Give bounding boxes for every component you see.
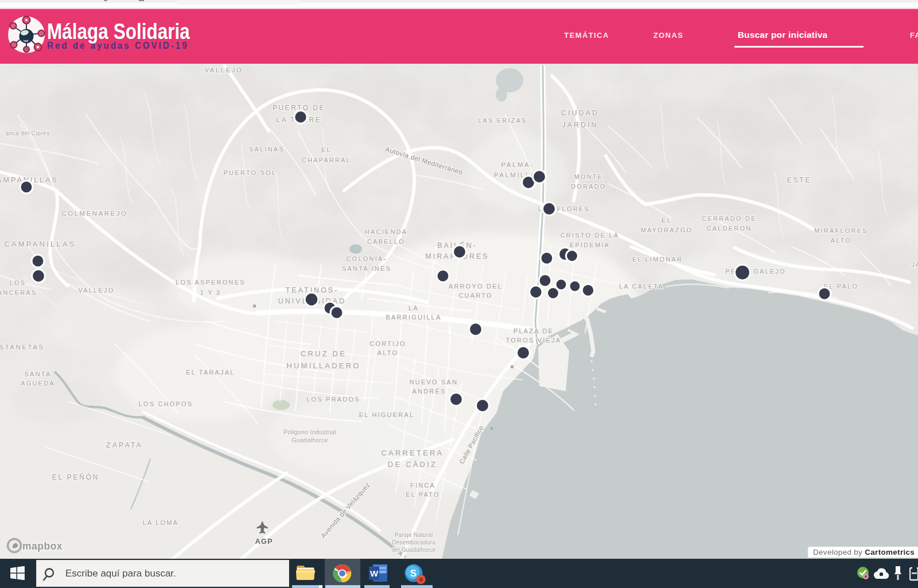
svg-text:CORTIJO: CORTIJO bbox=[369, 340, 406, 347]
svg-text:CRISTO DE LA: CRISTO DE LA bbox=[561, 232, 620, 239]
svg-text:AGUEDA: AGUEDA bbox=[21, 380, 55, 387]
svg-text:Paraje Natural: Paraje Natural bbox=[395, 532, 433, 538]
svg-text:EL PEÑÓN: EL PEÑÓN bbox=[52, 473, 100, 481]
svg-text:EL PATO: EL PATO bbox=[406, 491, 440, 498]
svg-text:CIUDAD: CIUDAD bbox=[561, 109, 599, 117]
svg-text:S: S bbox=[410, 568, 417, 579]
svg-text:CUARTO: CUARTO bbox=[458, 292, 492, 299]
svg-text:CERRADO DE: CERRADO DE bbox=[702, 215, 756, 222]
svg-text:FINCA: FINCA bbox=[410, 482, 435, 489]
svg-text:LOS ASPERONES: LOS ASPERONES bbox=[176, 279, 246, 286]
svg-text:Guadalhorce: Guadalhorce bbox=[291, 437, 328, 443]
svg-text:LOS CHOPOS: LOS CHOPOS bbox=[139, 400, 193, 407]
svg-text:mapbox: mapbox bbox=[22, 540, 63, 552]
svg-text:MONTE: MONTE bbox=[574, 173, 604, 180]
svg-text:HUMILLADERO: HUMILLADERO bbox=[286, 361, 360, 370]
svg-text:EL HIGUERAL: EL HIGUERAL bbox=[359, 411, 415, 418]
svg-text:AGP: AGP bbox=[255, 537, 273, 546]
svg-text:NUEVO SAN: NUEVO SAN bbox=[410, 379, 458, 385]
svg-text:COLONIA-: COLONIA- bbox=[347, 255, 387, 262]
svg-text:DE CÁDIZ: DE CÁDIZ bbox=[388, 460, 437, 469]
svg-text:COLMENAREJO: COLMENAREJO bbox=[61, 210, 127, 217]
svg-text:ALTO: ALTO bbox=[831, 237, 852, 244]
svg-text:LOS PRADOS: LOS PRADOS bbox=[306, 396, 360, 403]
svg-text:JARDÍN: JARDÍN bbox=[562, 120, 598, 129]
svg-text:CALDERON: CALDERON bbox=[707, 225, 752, 232]
svg-text:SALINAS: SALINAS bbox=[249, 146, 285, 153]
svg-text:ANDRÉS: ANDRÉS bbox=[412, 388, 446, 395]
svg-text:PLAZA DE: PLAZA DE bbox=[514, 328, 554, 334]
svg-text:EL: EL bbox=[662, 217, 672, 224]
svg-text:ZAPATA: ZAPATA bbox=[106, 441, 143, 449]
svg-text:LA LOMA: LA LOMA bbox=[143, 519, 178, 526]
svg-text:EL LIMONAR: EL LIMONAR bbox=[632, 256, 683, 263]
svg-text:MIRAFLORES: MIRAFLORES bbox=[814, 227, 868, 234]
svg-text:TOROS VIEJA: TOROS VIEJA bbox=[506, 337, 562, 344]
svg-text:VALLEJO: VALLEJO bbox=[79, 287, 115, 294]
svg-text:CRUZ DE: CRUZ DE bbox=[301, 349, 347, 358]
svg-text:LA: LA bbox=[409, 305, 419, 311]
svg-text:BARRIGUILLA: BARRIGUILLA bbox=[386, 314, 442, 321]
svg-text:LOS: LOS bbox=[10, 279, 26, 286]
svg-text:HACIENDA: HACIENDA bbox=[365, 228, 407, 235]
svg-text:EL: EL bbox=[321, 146, 332, 153]
svg-text:EPIDEMIA: EPIDEMIA bbox=[570, 242, 610, 248]
svg-text:W: W bbox=[370, 568, 379, 578]
svg-text:LA CALETA: LA CALETA bbox=[619, 283, 664, 290]
svg-text:Poligono Industrial: Poligono Industrial bbox=[283, 429, 336, 435]
svg-text:LAS ERIZAS: LAS ERIZAS bbox=[478, 117, 527, 124]
svg-text:PALMA-: PALMA- bbox=[501, 161, 534, 168]
svg-text:ALTO: ALTO bbox=[378, 349, 399, 356]
svg-text:DORADO: DORADO bbox=[571, 183, 606, 190]
svg-text:CAMPANILLAS: CAMPANILLAS bbox=[4, 240, 76, 248]
svg-text:VALLEJO: VALLEJO bbox=[204, 67, 243, 73]
svg-text:anca del Ciprés: anca del Ciprés bbox=[5, 130, 49, 137]
svg-text:EL TARAJAL: EL TARAJAL bbox=[186, 369, 235, 376]
svg-text:ARROYO DEL: ARROYO DEL bbox=[449, 283, 503, 290]
svg-text:CARRETERA: CARRETERA bbox=[382, 449, 444, 457]
svg-text:del Guadalhorce: del Guadalhorce bbox=[392, 547, 436, 553]
svg-text:JA: JA bbox=[911, 261, 918, 268]
svg-text:Desembocadura: Desembocadura bbox=[392, 539, 435, 546]
svg-text:1 Y 3: 1 Y 3 bbox=[200, 289, 221, 296]
svg-text:ESTE: ESTE bbox=[787, 176, 812, 184]
svg-text:LANCERAS: LANCERAS bbox=[0, 289, 37, 296]
svg-text:SANTA: SANTA bbox=[25, 371, 52, 377]
svg-text:CABELLO: CABELLO bbox=[367, 238, 405, 245]
svg-text:MAYORAZGO: MAYORAZGO bbox=[641, 227, 693, 233]
svg-text:PUERTO SOL: PUERTO SOL bbox=[224, 169, 277, 176]
svg-text:SANTA INÉS: SANTA INÉS bbox=[342, 265, 391, 272]
svg-text:CHAPARRAL: CHAPARRAL bbox=[302, 157, 351, 163]
svg-text:STANETAS: STANETAS bbox=[0, 344, 45, 351]
